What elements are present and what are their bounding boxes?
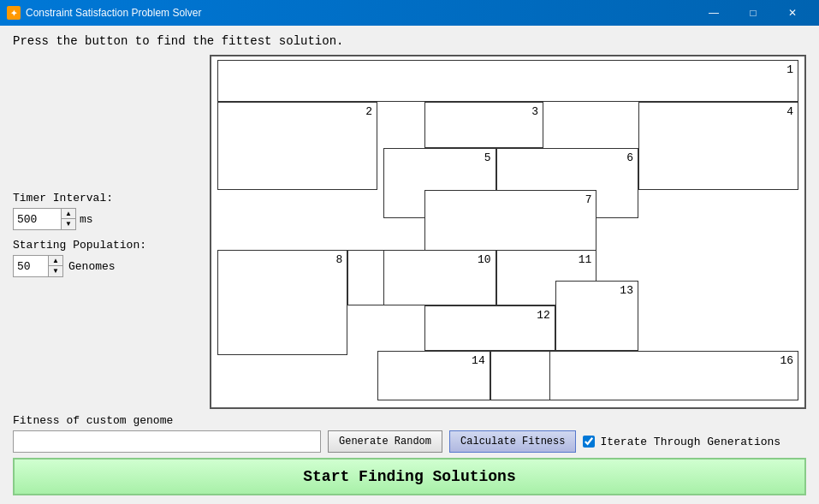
population-spinner[interactable]: ▲ ▼ [13, 255, 63, 277]
iterate-checkbox[interactable] [583, 436, 595, 448]
puzzle-rect-2: 2 [217, 102, 377, 190]
population-label: Starting Population: [13, 239, 201, 252]
start-button[interactable]: Start Finding Solutions [13, 458, 806, 495]
population-unit: Genomes [68, 260, 116, 273]
population-spinner-btns: ▲ ▼ [48, 256, 62, 276]
title-bar: ✦ Constraint Satisfaction Problem Solver… [0, 0, 819, 26]
instruction-text: Press the button to find the fittest sol… [13, 34, 806, 48]
puzzle-rect-4: 4 [638, 102, 798, 190]
iterate-checkbox-label[interactable]: Iterate Through Generations [583, 436, 780, 448]
genome-input[interactable] [13, 430, 321, 453]
maximize-button[interactable]: □ [733, 0, 773, 26]
timer-section: Timer Interval: ▲ ▼ ms [13, 192, 201, 230]
puzzle-rect-13: 13 [555, 281, 638, 351]
generate-random-button[interactable]: Generate Random [328, 430, 442, 453]
population-section: Starting Population: ▲ ▼ Genomes [13, 239, 201, 277]
puzzle-rect-7: 7 [424, 190, 596, 257]
timer-input[interactable] [14, 209, 61, 229]
content-row: Timer Interval: ▲ ▼ ms Starting Populati… [13, 55, 806, 409]
puzzle-rect-12: 12 [424, 305, 555, 351]
puzzle-rect-10: 10 [383, 250, 496, 306]
timer-label: Timer Interval: [13, 192, 201, 205]
timer-down-btn[interactable]: ▼ [62, 219, 75, 229]
puzzle-rect-8: 8 [217, 250, 347, 355]
puzzle-canvas: 12345678910111213141516 [210, 55, 806, 409]
population-input-row: ▲ ▼ Genomes [13, 255, 201, 277]
close-button[interactable]: ✕ [773, 0, 812, 26]
app-icon: ✦ [7, 6, 21, 20]
timer-unit: ms [80, 213, 93, 226]
puzzle-rect-14: 14 [377, 351, 490, 400]
minimize-button[interactable]: — [694, 0, 733, 26]
puzzle-rect-3: 3 [424, 102, 543, 147]
population-up-btn[interactable]: ▲ [49, 256, 62, 266]
window-title: Constraint Satisfaction Problem Solver [26, 7, 694, 19]
main-content: Press the button to find the fittest sol… [0, 26, 819, 504]
timer-spinner[interactable]: ▲ ▼ [13, 208, 76, 230]
population-input[interactable] [14, 256, 48, 276]
bottom-controls: Generate Random Calculate Fitness Iterat… [13, 430, 806, 453]
timer-up-btn[interactable]: ▲ [62, 209, 75, 219]
iterate-label: Iterate Through Generations [600, 436, 780, 448]
bottom-panel: Fitness of custom genome Generate Random… [13, 414, 806, 495]
window-controls: — □ ✕ [694, 0, 812, 26]
calculate-fitness-button[interactable]: Calculate Fitness [449, 430, 576, 453]
timer-input-row: ▲ ▼ ms [13, 208, 201, 230]
puzzle-container: 12345678910111213141516 [211, 56, 804, 407]
timer-spinner-btns: ▲ ▼ [61, 209, 75, 229]
puzzle-rect-1: 1 [217, 60, 798, 102]
fitness-label: Fitness of custom genome [13, 414, 806, 427]
puzzle-rect-16: 16 [549, 351, 798, 400]
population-down-btn[interactable]: ▼ [49, 266, 62, 276]
left-panel: Timer Interval: ▲ ▼ ms Starting Populati… [13, 55, 201, 409]
